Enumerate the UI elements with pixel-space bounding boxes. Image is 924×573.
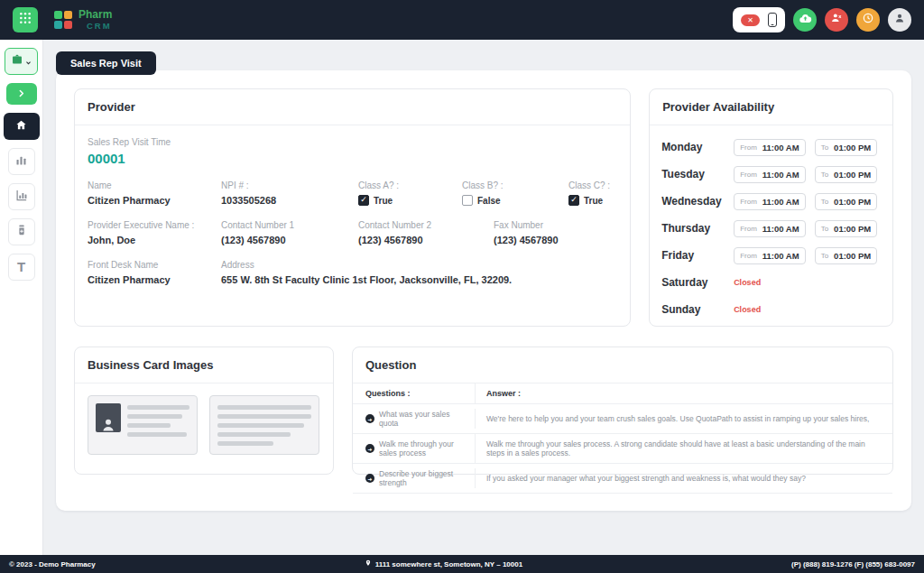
from-time-field[interactable]: From 11:00 AM	[734, 139, 806, 156]
business-card-image-back[interactable]	[209, 395, 319, 455]
availability-row-friday: Friday From 11:00 AM To 01:00 PM	[661, 242, 881, 269]
page-tab-sales-rep-visit[interactable]: Sales Rep Visit	[56, 51, 156, 75]
to-label: To	[821, 171, 828, 179]
from-time-field[interactable]: From 11:00 AM	[734, 166, 806, 183]
availability-row-wednesday: Wednesday From 11:00 AM To 01:00 PM	[661, 188, 881, 215]
visit-time-label: Sales Rep Visit Time	[88, 137, 617, 147]
field-front-desk: Front Desk Name Citizen Pharmacy	[88, 260, 221, 285]
history-clock-icon	[862, 12, 874, 28]
sidebar	[0, 40, 43, 555]
question-panel-title: Question	[353, 347, 892, 384]
chevron-down-icon	[25, 53, 32, 69]
sidebar-item-text-tool[interactable]	[8, 254, 35, 281]
business-cards-title: Business Card Images	[75, 347, 333, 384]
card-text-lines	[127, 403, 189, 447]
arrow-bullet-icon	[365, 414, 374, 423]
availability-row-thursday: Thursday From 11:00 AM To 01:00 PM	[661, 215, 881, 242]
chevron-right-icon	[16, 86, 26, 102]
field-executive-name: Provider Executive Name : John, Doe	[88, 220, 221, 245]
to-label: To	[821, 252, 828, 260]
profile-button[interactable]	[888, 8, 911, 32]
sidebar-item-analytics[interactable]	[8, 183, 35, 210]
topbar: Pharm CRM	[0, 0, 924, 40]
field-name: Name Citizen Pharmacy	[88, 180, 221, 206]
question-table-header: Questions : Answer :	[353, 384, 892, 404]
record-off-icon[interactable]	[741, 14, 760, 26]
from-label: From	[740, 198, 757, 206]
sidebar-item-home[interactable]	[4, 113, 40, 140]
availability-panel-title: Provider Availability	[650, 89, 892, 125]
content-card: Provider Sales Rep Visit Time 00001 Name…	[56, 70, 911, 511]
card-text-lines	[217, 403, 311, 447]
class-b-checkbox[interactable]	[462, 195, 473, 206]
brand-name-top: Pharm	[79, 9, 112, 20]
to-time-field[interactable]: To 01:00 PM	[815, 220, 878, 237]
field-contact-1: Contact Number 1 (123) 4567890	[221, 220, 358, 245]
bar-chart-icon	[14, 153, 28, 171]
class-c-checkbox[interactable]	[568, 195, 579, 206]
from-label: From	[740, 171, 757, 179]
field-contact-2: Contact Number 2 (123) 4567890	[358, 220, 494, 245]
to-time-field[interactable]: To 01:00 PM	[815, 247, 878, 264]
footer-phone-fax: (P) (888) 819-1276 (F) (855) 683-0097	[791, 560, 915, 568]
topbar-actions	[733, 7, 911, 32]
availability-row-sunday: Sunday Closed	[661, 296, 881, 323]
history-button[interactable]	[856, 8, 880, 32]
sidebar-tool-selector[interactable]	[5, 48, 38, 75]
briefcase-icon	[11, 53, 23, 69]
to-time-field[interactable]: To 01:00 PM	[815, 139, 878, 156]
availability-row-tuesday: Tuesday From 11:00 AM To 01:00 PM	[661, 161, 881, 188]
user-remove-button[interactable]	[825, 8, 848, 32]
medicine-icon	[15, 224, 28, 240]
location-pin-icon	[365, 559, 372, 568]
brand-logo[interactable]: Pharm CRM	[54, 9, 112, 31]
from-time-field[interactable]: From 11:00 AM	[734, 247, 806, 264]
brand-name-bottom: CRM	[87, 22, 112, 31]
from-time-field[interactable]: From 11:00 AM	[734, 193, 806, 210]
apps-grid-icon	[18, 11, 32, 29]
card-photo-placeholder	[96, 403, 121, 432]
to-time-field[interactable]: To 01:00 PM	[815, 166, 878, 183]
from-time-field[interactable]: From 11:00 AM	[734, 220, 806, 237]
phone-icon[interactable]	[768, 13, 777, 27]
availability-panel: Provider Availability Monday From 11:00 …	[649, 88, 893, 327]
class-a-checkbox[interactable]	[358, 195, 369, 206]
sidebar-item-medicine[interactable]	[8, 218, 35, 245]
footer: © 2023 - Demo Pharmacy 1111 somewhere st…	[0, 555, 924, 573]
footer-address: 1111 somewhere st, Sometown, NY – 10001	[375, 560, 523, 568]
field-class-b: Class B? : False	[462, 180, 568, 206]
brand-logo-icon	[54, 11, 72, 29]
business-card-image-front[interactable]	[88, 395, 198, 455]
cloud-upload-button[interactable]	[793, 8, 817, 32]
provider-panel-title: Provider	[75, 89, 630, 125]
closed-badge: Closed	[734, 305, 761, 314]
sidebar-item-bar-chart[interactable]	[8, 148, 35, 175]
question-row: Describe your biggest strength If you as…	[353, 464, 892, 494]
from-label: From	[740, 225, 757, 233]
visit-time-value: 00001	[88, 151, 617, 166]
field-fax: Fax Number (123) 4567890	[494, 220, 617, 245]
field-class-c: Class C? : True	[568, 180, 617, 206]
sidebar-expand-button[interactable]	[6, 83, 37, 105]
to-label: To	[821, 198, 828, 206]
to-label: To	[821, 143, 828, 152]
question-row: Walk me through your sales process Walk …	[353, 434, 892, 464]
profile-icon	[893, 12, 906, 28]
home-icon	[14, 118, 28, 135]
availability-row-saturday: Saturday Closed	[661, 269, 881, 296]
main-content: Sales Rep Visit Provider Sales Rep Visit…	[43, 40, 924, 555]
arrow-bullet-icon	[365, 444, 374, 453]
question-row: What was your sales quota We're here to …	[353, 404, 892, 434]
from-label: From	[740, 252, 757, 260]
field-class-a: Class A? : True	[358, 180, 462, 206]
device-status-pill	[733, 7, 785, 32]
field-address: Address 655 W. 8th St Faculty Clinic 1st…	[221, 260, 617, 285]
to-time-field[interactable]: To 01:00 PM	[815, 193, 878, 210]
answer-column-header: Answer :	[475, 384, 892, 403]
user-remove-icon	[830, 12, 843, 28]
apps-grid-button[interactable]	[13, 7, 38, 32]
closed-badge: Closed	[734, 278, 761, 287]
to-label: To	[821, 225, 828, 233]
footer-copyright: © 2023 - Demo Pharmacy	[9, 560, 96, 568]
provider-panel: Provider Sales Rep Visit Time 00001 Name…	[74, 88, 631, 327]
